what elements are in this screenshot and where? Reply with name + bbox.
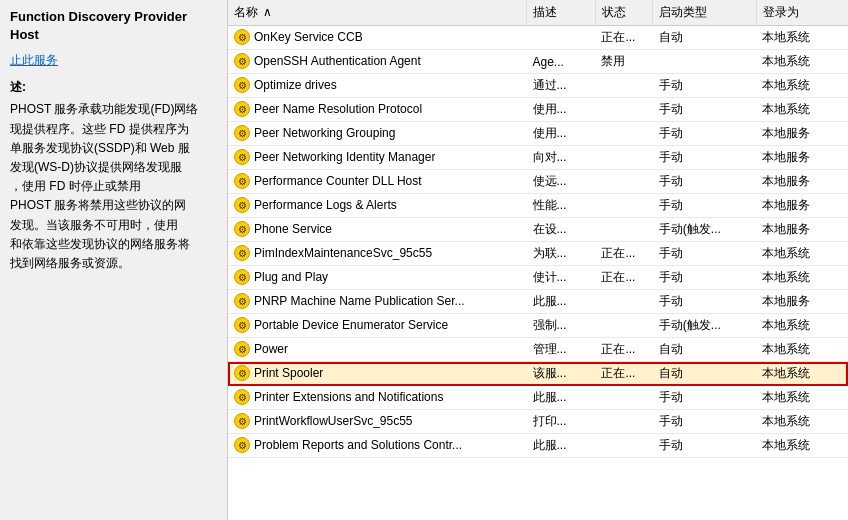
- service-startup: 自动: [653, 338, 756, 362]
- service-login: 本地系统: [756, 314, 848, 338]
- service-icon: [234, 269, 250, 285]
- service-startup: 手动: [653, 74, 756, 98]
- service-icon: [234, 125, 250, 141]
- stop-service-link[interactable]: 止此服务: [10, 53, 58, 67]
- service-startup: 手动: [653, 146, 756, 170]
- service-status: [595, 410, 652, 434]
- service-desc: 性能...: [527, 194, 596, 218]
- header-login[interactable]: 登录为: [756, 0, 848, 26]
- service-name: OnKey Service CCB: [254, 30, 363, 44]
- service-icon: [234, 53, 250, 69]
- service-icon: [234, 149, 250, 165]
- service-name: Portable Device Enumerator Service: [254, 318, 448, 332]
- service-icon: [234, 389, 250, 405]
- service-desc: 管理...: [527, 338, 596, 362]
- service-status: [595, 314, 652, 338]
- table-row[interactable]: Printer Extensions and Notifications此服..…: [228, 386, 848, 410]
- service-title: Function Discovery Provider Host: [10, 8, 217, 44]
- service-status: [595, 74, 652, 98]
- table-row[interactable]: OpenSSH Authentication AgentAge...禁用本地系统: [228, 50, 848, 74]
- service-status: [595, 170, 652, 194]
- table-row[interactable]: Print Spooler该服...正在...自动本地系统: [228, 362, 848, 386]
- service-desc: 打印...: [527, 410, 596, 434]
- header-desc[interactable]: 描述: [527, 0, 596, 26]
- service-name: Problem Reports and Solutions Contr...: [254, 438, 462, 452]
- service-desc: 此服...: [527, 290, 596, 314]
- link-area[interactable]: 止此服务: [10, 52, 217, 69]
- service-status: [595, 194, 652, 218]
- service-icon: [234, 437, 250, 453]
- service-login: 本地系统: [756, 362, 848, 386]
- table-row[interactable]: Peer Networking Identity Manager向对...手动本…: [228, 146, 848, 170]
- table-row[interactable]: Power管理...正在...自动本地系统: [228, 338, 848, 362]
- service-desc: [527, 26, 596, 50]
- service-name: PrintWorkflowUserSvc_95c55: [254, 414, 413, 428]
- service-desc: 在设...: [527, 218, 596, 242]
- table-row[interactable]: Phone Service在设...手动(触发...本地服务: [228, 218, 848, 242]
- table-row[interactable]: Performance Counter DLL Host使远...手动本地服务: [228, 170, 848, 194]
- service-status: 正在...: [595, 26, 652, 50]
- service-desc: 通过...: [527, 74, 596, 98]
- service-startup: 手动: [653, 290, 756, 314]
- table-scroll[interactable]: 名称 ∧ 描述 状态 启动类型 登录为 OnKey Service CCB正在.…: [228, 0, 848, 520]
- table-row[interactable]: Plug and Play使计...正在...手动本地系统: [228, 266, 848, 290]
- service-desc: 此服...: [527, 386, 596, 410]
- service-status: [595, 386, 652, 410]
- header-startup[interactable]: 启动类型: [653, 0, 756, 26]
- service-status: [595, 290, 652, 314]
- table-row[interactable]: Optimize drives通过...手动本地系统: [228, 74, 848, 98]
- service-login: 本地服务: [756, 290, 848, 314]
- table-row[interactable]: Performance Logs & Alerts性能...手动本地服务: [228, 194, 848, 218]
- service-login: 本地系统: [756, 50, 848, 74]
- service-startup: [653, 50, 756, 74]
- service-name: Phone Service: [254, 222, 332, 236]
- service-login: 本地服务: [756, 170, 848, 194]
- service-name: Peer Name Resolution Protocol: [254, 102, 422, 116]
- service-startup: 手动(触发...: [653, 218, 756, 242]
- service-startup: 手动: [653, 122, 756, 146]
- table-row[interactable]: Peer Networking Grouping使用...手动本地服务: [228, 122, 848, 146]
- service-login: 本地系统: [756, 338, 848, 362]
- service-status: [595, 218, 652, 242]
- table-row[interactable]: OnKey Service CCB正在...自动本地系统: [228, 26, 848, 50]
- service-icon: [234, 365, 250, 381]
- service-status: 禁用: [595, 50, 652, 74]
- left-panel: Function Discovery Provider Host 止此服务 述:…: [0, 0, 228, 520]
- service-login: 本地系统: [756, 242, 848, 266]
- table-header-row: 名称 ∧ 描述 状态 启动类型 登录为: [228, 0, 848, 26]
- service-desc: 该服...: [527, 362, 596, 386]
- service-startup: 手动: [653, 410, 756, 434]
- header-name[interactable]: 名称 ∧: [228, 0, 527, 26]
- service-desc: 为联...: [527, 242, 596, 266]
- service-name: PNRP Machine Name Publication Ser...: [254, 294, 465, 308]
- table-row[interactable]: PNRP Machine Name Publication Ser...此服..…: [228, 290, 848, 314]
- header-status[interactable]: 状态: [595, 0, 652, 26]
- sort-arrow: ∧: [263, 5, 272, 19]
- service-status: 正在...: [595, 362, 652, 386]
- table-row[interactable]: Peer Name Resolution Protocol使用...手动本地系统: [228, 98, 848, 122]
- service-icon: [234, 293, 250, 309]
- service-login: 本地服务: [756, 218, 848, 242]
- service-login: 本地系统: [756, 266, 848, 290]
- service-icon: [234, 413, 250, 429]
- service-status: [595, 122, 652, 146]
- table-row[interactable]: PrintWorkflowUserSvc_95c55打印...手动本地系统: [228, 410, 848, 434]
- table-row[interactable]: PimIndexMaintenanceSvc_95c55为联...正在...手动…: [228, 242, 848, 266]
- service-login: 本地系统: [756, 98, 848, 122]
- service-login: 本地系统: [756, 434, 848, 458]
- service-icon: [234, 173, 250, 189]
- service-name: Print Spooler: [254, 366, 323, 380]
- service-startup: 手动(触发...: [653, 314, 756, 338]
- service-name: PimIndexMaintenanceSvc_95c55: [254, 246, 432, 260]
- service-login: 本地服务: [756, 194, 848, 218]
- service-desc: 使用...: [527, 98, 596, 122]
- service-name: Peer Networking Identity Manager: [254, 150, 435, 164]
- service-name: Plug and Play: [254, 270, 328, 284]
- service-login: 本地服务: [756, 146, 848, 170]
- service-startup: 手动: [653, 434, 756, 458]
- table-row[interactable]: Portable Device Enumerator Service强制...手…: [228, 314, 848, 338]
- service-status: 正在...: [595, 338, 652, 362]
- service-login: 本地服务: [756, 122, 848, 146]
- service-desc: 使用...: [527, 122, 596, 146]
- table-row[interactable]: Problem Reports and Solutions Contr...此服…: [228, 434, 848, 458]
